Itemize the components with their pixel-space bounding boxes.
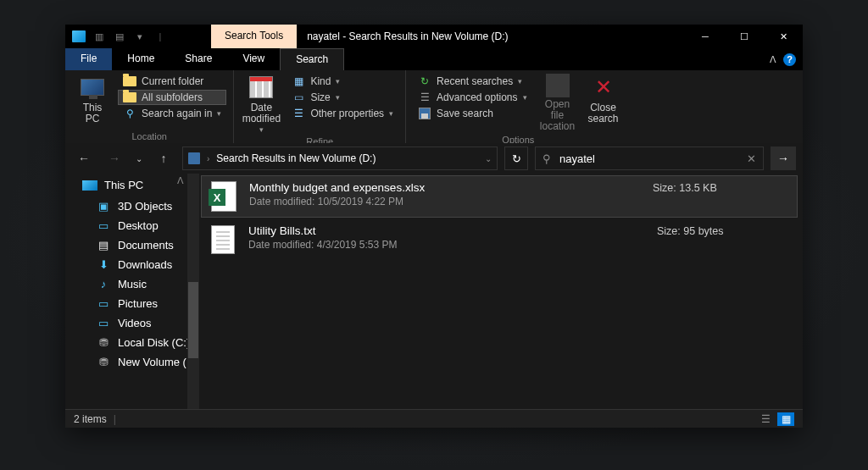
open-location-icon <box>546 74 570 97</box>
drive-icon: ⛃ <box>96 337 111 349</box>
forward-button[interactable]: → <box>103 147 126 170</box>
drive-icon: ⛃ <box>96 357 111 368</box>
search-icon: ⚲ <box>123 108 136 119</box>
result-name: Monthly budget and expenses.xlsx <box>249 181 641 194</box>
help-icon[interactable]: ? <box>783 53 796 66</box>
details-view-button[interactable]: ☰ <box>757 412 774 426</box>
sidebar-item-pictures[interactable]: ▭Pictures <box>65 294 199 313</box>
search-go-button[interactable]: → <box>771 147 796 170</box>
history-caret[interactable]: ⌄ <box>133 147 145 170</box>
open-file-location-button[interactable]: Open file location <box>537 74 578 133</box>
menu-view[interactable]: View <box>227 48 280 70</box>
sidebar: ᐱ This PC ▣3D Objects ▭Desktop ▤Document… <box>65 174 199 409</box>
sidebar-item-documents[interactable]: ▤Documents <box>65 235 199 255</box>
result-date: Date modified: 4/3/2019 5:53 PM <box>248 239 645 251</box>
music-icon: ♪ <box>96 279 111 290</box>
properties-icon: ☰ <box>292 108 305 119</box>
desktop-icon: ▭ <box>96 220 111 232</box>
qat-properties-icon[interactable]: ▥ <box>91 27 108 46</box>
search-results-icon <box>188 152 200 164</box>
search-again-in-button[interactable]: ⚲Search again in <box>118 106 226 121</box>
collapse-ribbon-icon[interactable]: ᐱ <box>770 54 776 65</box>
save-icon <box>419 108 431 119</box>
explorer-icon <box>70 27 87 46</box>
collapse-chevron-icon[interactable]: ᐱ <box>177 175 184 186</box>
close-icon: ✕ <box>590 74 617 101</box>
folder-icon <box>123 92 136 102</box>
clear-search-button[interactable]: ✕ <box>747 152 756 165</box>
ribbon: This PC Current folder All subfolders ⚲S… <box>65 70 803 143</box>
address-text: Search Results in New Volume (D:) <box>216 152 376 164</box>
icons-view-button[interactable]: ▦ <box>777 412 794 426</box>
search-field[interactable]: ⚲ nayatel ✕ <box>535 147 764 170</box>
sidebar-item-downloads[interactable]: ⬇Downloads <box>65 255 199 274</box>
qat-caret-icon[interactable]: ▾ <box>131 27 148 46</box>
contextual-tab-label: Search Tools <box>211 25 297 48</box>
documents-icon: ▤ <box>96 240 111 252</box>
pc-icon <box>82 180 97 191</box>
menu-share[interactable]: Share <box>170 48 227 70</box>
sidebar-item-music[interactable]: ♪Music <box>65 274 199 294</box>
result-name: Utility Bills.txt <box>248 224 645 237</box>
close-search-button[interactable]: ✕ Close search <box>583 74 624 124</box>
result-size: Size: 13.5 KB <box>653 181 788 194</box>
all-subfolders-button[interactable]: All subfolders <box>118 90 226 105</box>
size-icon: ▭ <box>292 91 305 103</box>
address-caret-icon[interactable]: ⌄ <box>485 154 492 163</box>
kind-button[interactable]: ▦Kind <box>287 74 398 89</box>
search-icon: ⚲ <box>542 152 551 165</box>
menu-search[interactable]: Search <box>280 48 344 70</box>
folder-icon <box>123 76 136 86</box>
up-button[interactable]: ↑ <box>152 147 175 170</box>
sidebar-item-desktop[interactable]: ▭Desktop <box>65 216 199 235</box>
recent-icon: ↻ <box>418 75 431 87</box>
pictures-icon: ▭ <box>96 298 111 310</box>
date-modified-button[interactable]: Date modified <box>241 74 281 135</box>
excel-icon <box>211 181 236 212</box>
qat-divider: | <box>152 27 169 46</box>
save-search-button[interactable]: Save search <box>413 106 531 121</box>
advanced-options-button[interactable]: ☰Advanced options <box>413 90 531 105</box>
menu-file[interactable]: File <box>65 48 112 70</box>
back-button[interactable]: ← <box>72 147 96 170</box>
address-chevron-icon: › <box>207 154 209 163</box>
explorer-window: ▥ ▤ ▾ | Search Tools nayatel - Search Re… <box>65 25 803 428</box>
sidebar-item-new-volume-d[interactable]: ⛃New Volume (D:) <box>65 352 199 372</box>
sidebar-item-local-disk-c[interactable]: ⛃Local Disk (C:) <box>65 333 199 352</box>
this-pc-button[interactable]: This PC <box>72 74 113 124</box>
menubar: File Home Share View Search ᐱ ? <box>65 48 803 70</box>
ribbon-group-refine: Date modified ▦Kind ▭Size ☰Other propert… <box>234 70 406 143</box>
menu-home[interactable]: Home <box>112 48 170 70</box>
search-value: nayatel <box>559 152 738 165</box>
downloads-icon: ⬇ <box>96 259 111 271</box>
maximize-button[interactable]: ☐ <box>725 25 764 48</box>
result-row[interactable]: Monthly budget and expenses.xlsx Date mo… <box>201 175 798 218</box>
navbar: ← → ⌄ ↑ › Search Results in New Volume (… <box>65 143 803 174</box>
result-size: Size: 95 bytes <box>657 224 793 237</box>
ribbon-group-options: ↻Recent searches ☰Advanced options Save … <box>406 70 630 143</box>
statusbar: 2 items | ☰ ▦ <box>65 409 803 428</box>
other-properties-button[interactable]: ☰Other properties <box>287 106 398 121</box>
result-row[interactable]: Utility Bills.txt Date modified: 4/3/201… <box>199 218 803 262</box>
3d-objects-icon: ▣ <box>96 201 111 213</box>
ribbon-group-location: This PC Current folder All subfolders ⚲S… <box>65 70 234 143</box>
minimize-button[interactable]: ─ <box>686 25 725 48</box>
kind-icon: ▦ <box>292 75 305 87</box>
size-button[interactable]: ▭Size <box>287 90 398 105</box>
results-pane: Monthly budget and expenses.xlsx Date mo… <box>199 174 803 409</box>
qat-new-folder-icon[interactable]: ▤ <box>111 27 128 46</box>
sidebar-item-3d-objects[interactable]: ▣3D Objects <box>65 196 199 216</box>
text-file-icon <box>211 225 235 254</box>
advanced-icon: ☰ <box>418 91 431 103</box>
refresh-button[interactable]: ↻ <box>504 147 528 170</box>
sidebar-scrollbar[interactable] <box>187 174 199 409</box>
recent-searches-button[interactable]: ↻Recent searches <box>413 74 531 89</box>
monitor-icon <box>81 79 104 96</box>
window-title: nayatel - Search Results in New Volume (… <box>297 25 686 48</box>
titlebar: ▥ ▤ ▾ | Search Tools nayatel - Search Re… <box>65 25 803 48</box>
address-bar[interactable]: › Search Results in New Volume (D:) ⌄ <box>182 147 498 170</box>
scrollbar-thumb[interactable] <box>188 282 198 358</box>
sidebar-item-videos[interactable]: ▭Videos <box>65 313 199 333</box>
current-folder-button[interactable]: Current folder <box>118 74 226 89</box>
close-button[interactable]: ✕ <box>764 25 803 48</box>
